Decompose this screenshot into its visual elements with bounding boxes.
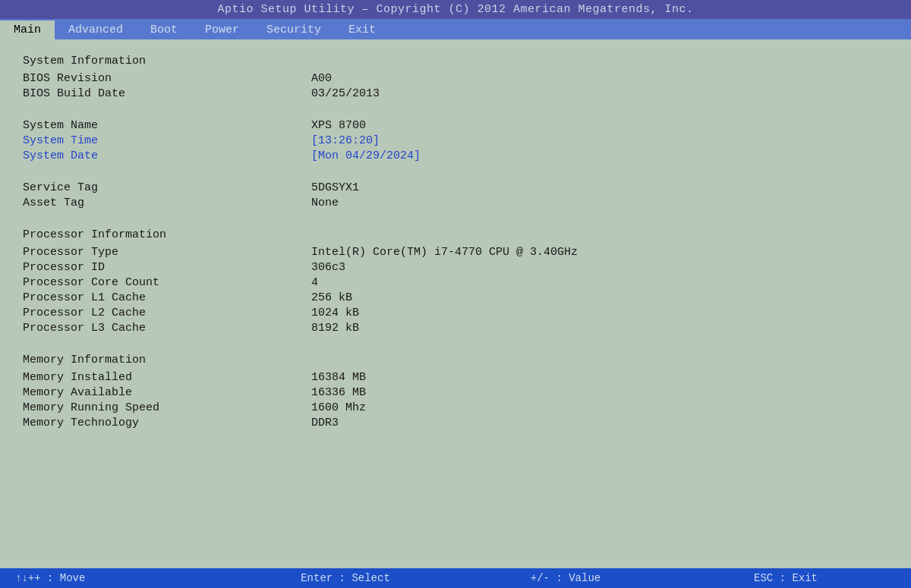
content-area: System Information BIOS Revision A00 BIO… [0,39,911,568]
system-date-row[interactable]: System Date [Mon 04/29/2024] [23,149,888,162]
memory-speed-row: Memory Running Speed 1600 Mhz [23,401,888,414]
bios-revision-label: BIOS Revision [23,72,311,85]
system-date-value[interactable]: [Mon 04/29/2024] [311,149,421,162]
status-select: Enter : Select [235,572,456,584]
memory-header-row: Memory Information [23,354,888,369]
processor-l3-value: 8192 kB [311,322,359,335]
processor-type-value: Intel(R) Core(TM) i7-4770 CPU @ 3.40GHz [311,246,578,259]
menu-item-main[interactable]: Main [0,20,55,39]
system-time-label: System Time [23,134,311,147]
processor-l2-row: Processor L2 Cache 1024 kB [23,307,888,319]
memory-technology-row: Memory Technology DDR3 [23,417,888,429]
processor-core-count-value: 4 [311,276,318,289]
system-time-row[interactable]: System Time [13:26:20] [23,134,888,147]
memory-available-value: 16336 MB [311,386,366,399]
title-bar: Aptio Setup Utility – Copyright (C) 2012… [0,0,911,19]
status-value: +/- : Value [456,572,676,584]
processor-l2-label: Processor L2 Cache [23,307,311,319]
service-tag-value: 5DGSYX1 [311,181,359,194]
bios-build-date-row: BIOS Build Date 03/25/2013 [23,87,888,100]
title-text: Aptio Setup Utility – Copyright (C) 2012… [217,3,693,16]
menu-item-power[interactable]: Power [191,20,253,39]
system-time-value[interactable]: [13:26:20] [311,134,380,147]
system-name-row: System Name XPS 8700 [23,119,888,132]
processor-l1-label: Processor L1 Cache [23,291,311,304]
processor-id-row: Processor ID 306c3 [23,261,888,274]
memory-installed-value: 16384 MB [311,371,366,384]
memory-speed-label: Memory Running Speed [23,401,311,414]
memory-section: Memory Information Memory Installed 1638… [23,354,888,432]
processor-l1-row: Processor L1 Cache 256 kB [23,291,888,304]
system-identity-section: System Name XPS 8700 System Time [13:26:… [23,119,888,165]
menu-bar[interactable]: Main Advanced Boot Power Security Exit [0,19,911,39]
asset-tag-label: Asset Tag [23,197,311,209]
processor-id-label: Processor ID [23,261,311,274]
asset-tag-row: Asset Tag None [23,197,888,209]
processor-core-count-row: Processor Core Count 4 [23,276,888,289]
system-name-value: XPS 8700 [311,119,366,132]
memory-speed-value: 1600 Mhz [311,401,366,414]
menu-item-advanced[interactable]: Advanced [55,20,137,39]
bios-revision-value: A00 [311,72,332,85]
service-tag-label: Service Tag [23,181,311,194]
system-info-title: System Information [23,55,311,68]
system-info-header-row: System Information [23,55,888,70]
processor-id-value: 306c3 [311,261,345,274]
system-info-section: System Information BIOS Revision A00 BIO… [23,55,888,102]
memory-installed-row: Memory Installed 16384 MB [23,371,888,384]
memory-available-row: Memory Available 16336 MB [23,386,888,399]
tags-section: Service Tag 5DGSYX1 Asset Tag None [23,181,888,212]
system-date-label: System Date [23,149,311,162]
processor-l1-value: 256 kB [311,291,352,304]
bios-revision-row: BIOS Revision A00 [23,72,888,85]
processor-type-row: Processor Type Intel(R) Core(TM) i7-4770… [23,246,888,259]
menu-item-boot[interactable]: Boot [137,20,191,39]
processor-l3-row: Processor L3 Cache 8192 kB [23,322,888,335]
asset-tag-value: None [311,197,339,209]
processor-section-title: Processor Information [23,228,311,241]
processor-core-count-label: Processor Core Count [23,276,311,289]
memory-technology-value: DDR3 [311,417,339,429]
menu-item-exit[interactable]: Exit [335,20,389,39]
processor-l2-value: 1024 kB [311,307,359,319]
bios-build-date-label: BIOS Build Date [23,87,311,100]
memory-technology-label: Memory Technology [23,417,311,429]
status-move: ↑↓++ : Move [15,572,235,584]
processor-header-row: Processor Information [23,228,888,244]
memory-section-title: Memory Information [23,354,311,366]
system-name-label: System Name [23,119,311,132]
memory-installed-label: Memory Installed [23,371,311,384]
processor-l3-label: Processor L3 Cache [23,322,311,335]
processor-type-label: Processor Type [23,246,311,259]
menu-item-security[interactable]: Security [253,20,335,39]
memory-available-label: Memory Available [23,386,311,399]
bios-build-date-value: 03/25/2013 [311,87,380,100]
bios-screen: Aptio Setup Utility – Copyright (C) 2012… [0,0,911,588]
processor-section: Processor Information Processor Type Int… [23,228,888,337]
status-bar: ↑↓++ : Move Enter : Select +/- : Value E… [0,568,911,588]
status-exit: ESC : Exit [676,572,896,584]
service-tag-row: Service Tag 5DGSYX1 [23,181,888,194]
